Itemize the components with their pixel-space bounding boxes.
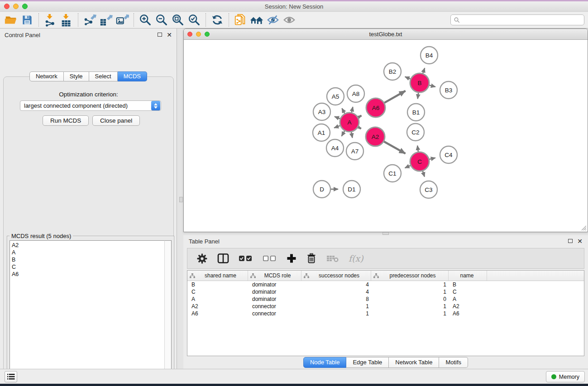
- graph-node-A8[interactable]: A8: [347, 85, 364, 102]
- graph-node-C3[interactable]: C3: [420, 181, 437, 198]
- edge-A-A5[interactable]: [342, 108, 344, 113]
- result-scrollbar[interactable]: [164, 240, 172, 386]
- export-image-icon[interactable]: [114, 13, 130, 27]
- close-table-panel-icon[interactable]: ✕: [577, 238, 583, 244]
- edge-A-A6[interactable]: [358, 115, 361, 117]
- graph-node-B3[interactable]: B3: [440, 81, 457, 99]
- tab-select[interactable]: Select: [89, 71, 118, 81]
- column-header-MCDS-role[interactable]: MCDS role: [248, 271, 301, 281]
- edge-B-B4[interactable]: [423, 68, 425, 73]
- resize-grip-icon[interactable]: [581, 225, 587, 231]
- graph-node-A7[interactable]: A7: [346, 143, 363, 160]
- import-table-icon[interactable]: [58, 13, 75, 27]
- table-row[interactable]: Cdominator41C: [187, 288, 584, 295]
- graph-node-B2[interactable]: B2: [384, 63, 401, 80]
- optimization-criterion-select[interactable]: largest connected component (directed): [20, 100, 161, 111]
- tab-node-table[interactable]: Node Table: [303, 357, 347, 368]
- table-row[interactable]: Bdominator41B: [187, 281, 584, 288]
- graph-node-D[interactable]: D: [313, 181, 330, 198]
- tab-style[interactable]: Style: [64, 71, 89, 81]
- graph-node-B[interactable]: B: [410, 73, 429, 92]
- tab-network-table[interactable]: Network Table: [389, 357, 439, 368]
- edge-A-A3[interactable]: [335, 117, 340, 119]
- table-row[interactable]: Adominator80A: [187, 295, 584, 303]
- run-mcds-button[interactable]: Run MCDS: [43, 115, 89, 126]
- graph-node-A[interactable]: A: [340, 113, 359, 132]
- memory-button[interactable]: Memory: [546, 371, 585, 382]
- tab-motifs[interactable]: Motifs: [439, 357, 468, 368]
- zoom-selected-icon[interactable]: [186, 13, 202, 27]
- export-table-icon[interactable]: [98, 13, 114, 27]
- column-header-successor-nodes[interactable]: successor nodes: [301, 271, 371, 281]
- result-item[interactable]: A: [12, 249, 165, 256]
- edge-B-B1[interactable]: [418, 93, 419, 99]
- zoom-in-icon[interactable]: [137, 13, 153, 27]
- tab-network[interactable]: Network: [29, 71, 64, 81]
- table-row[interactable]: A6connector11A6: [187, 310, 584, 317]
- float-table-panel-icon[interactable]: [568, 239, 573, 244]
- select-all-icon[interactable]: [239, 254, 253, 262]
- graph-node-C4[interactable]: C4: [440, 146, 457, 163]
- edge-A-A2[interactable]: [358, 127, 361, 129]
- graph-node-C2[interactable]: C2: [407, 124, 424, 141]
- vertical-splitter-handle[interactable]: [179, 197, 183, 202]
- task-history-button[interactable]: [5, 371, 17, 382]
- result-item[interactable]: B: [12, 256, 165, 263]
- create-column-plus-icon[interactable]: [287, 253, 296, 263]
- result-item[interactable]: A2: [12, 242, 165, 249]
- edge-B-B2[interactable]: [405, 77, 411, 79]
- show-columns-icon[interactable]: [217, 253, 229, 264]
- edge-C-C4[interactable]: [429, 158, 435, 159]
- graph-node-B1[interactable]: B1: [407, 104, 425, 121]
- graph-node-D1[interactable]: D1: [343, 181, 360, 198]
- close-panel-button[interactable]: Close panel: [92, 115, 140, 126]
- search-input[interactable]: [460, 15, 584, 24]
- result-item[interactable]: A6: [12, 271, 165, 278]
- edge-C-C2[interactable]: [417, 146, 418, 152]
- edge-A-A1[interactable]: [334, 126, 340, 128]
- graph-node-C[interactable]: C: [410, 152, 429, 171]
- duplicate-network-icon[interactable]: [232, 13, 249, 27]
- open-session-icon[interactable]: [3, 13, 19, 27]
- table-row[interactable]: A2connector11A2: [187, 303, 584, 310]
- edge-C-C1[interactable]: [405, 166, 411, 168]
- column-header-predecessor-nodes[interactable]: predecessor nodes: [371, 271, 449, 281]
- network-window-titlebar[interactable]: testGlobe.txt: [184, 29, 588, 40]
- result-item[interactable]: C: [12, 263, 165, 271]
- graph-node-A2[interactable]: A2: [366, 127, 385, 146]
- import-network-icon[interactable]: [42, 13, 58, 27]
- edge-A-A4[interactable]: [342, 131, 345, 136]
- network-canvas[interactable]: B4B2BB3A5A8A6B1A3AC2A1A2A4A7C4CC1C3DD1: [184, 40, 588, 232]
- horizontal-splitter-handle[interactable]: [382, 232, 389, 235]
- edge-A-A7[interactable]: [351, 132, 352, 138]
- zoom-out-icon[interactable]: [153, 13, 170, 27]
- edge-A-A8[interactable]: [352, 107, 353, 112]
- edge-C-C3[interactable]: [423, 171, 425, 177]
- save-session-icon[interactable]: [19, 13, 35, 27]
- graph-node-C1[interactable]: C1: [384, 165, 401, 182]
- zoom-fit-icon[interactable]: [170, 13, 186, 27]
- graph-node-A3[interactable]: A3: [313, 103, 330, 120]
- edge-A6-B[interactable]: [384, 91, 406, 103]
- graph-node-A1[interactable]: A1: [313, 124, 330, 141]
- table-settings-gear-icon[interactable]: [196, 253, 208, 264]
- graphspace-home-icon[interactable]: [249, 13, 265, 27]
- hide-selected-eye-icon[interactable]: [265, 13, 281, 27]
- tab-mcds[interactable]: MCDS: [118, 71, 147, 81]
- float-panel-icon[interactable]: [158, 33, 162, 38]
- export-network-icon[interactable]: [81, 13, 98, 27]
- column-header-shared-name[interactable]: shared name: [187, 271, 248, 281]
- graph-node-A5[interactable]: A5: [327, 88, 344, 105]
- graph-node-A4[interactable]: A4: [326, 139, 344, 157]
- graph-node-A6[interactable]: A6: [366, 98, 385, 117]
- deselect-all-icon[interactable]: [263, 254, 277, 262]
- edge-B-B3[interactable]: [429, 85, 435, 86]
- show-all-eye-icon[interactable]: [281, 13, 297, 27]
- refresh-icon[interactable]: [209, 13, 225, 27]
- tab-edge-table[interactable]: Edge Table: [346, 357, 389, 368]
- delete-column-trash-icon[interactable]: [306, 253, 317, 264]
- edge-A2-C[interactable]: [384, 142, 405, 154]
- graph-node-B4[interactable]: B4: [421, 47, 438, 64]
- column-header-name[interactable]: name: [449, 271, 487, 281]
- search-field[interactable]: [450, 14, 584, 25]
